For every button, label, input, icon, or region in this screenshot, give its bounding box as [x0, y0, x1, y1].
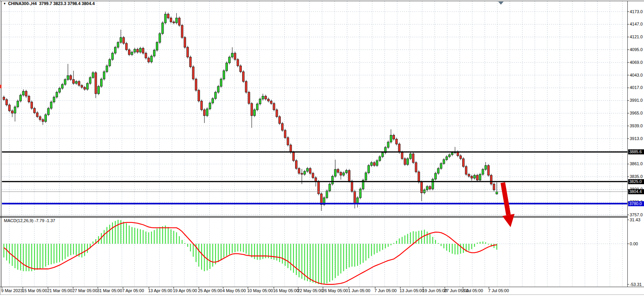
macd-histogram-bar — [458, 244, 458, 255]
time-axis-label: 21 Mar 05:00 — [47, 288, 72, 293]
candle-body — [25, 91, 27, 96]
candle-body — [81, 86, 83, 87]
candle-body — [268, 99, 270, 101]
price-axis[interactable]: 4173.04147.04121.04095.04069.04043.04017… — [627, 0, 644, 287]
candle-body — [309, 168, 311, 173]
candle-body — [73, 79, 75, 83]
candle-body — [212, 99, 214, 103]
candle-body — [20, 95, 22, 101]
candle-body — [53, 97, 55, 102]
time-axis-label: 15 Mar 05:00 — [22, 288, 47, 293]
macd-histogram-bar — [474, 244, 475, 247]
macd-histogram-bar — [287, 244, 288, 268]
time-axis-label: 7 Jun 05:00 — [374, 288, 397, 293]
symbol-dropdown-icon[interactable]: ▼ — [3, 2, 6, 5]
macd-histogram-bar — [307, 244, 308, 281]
macd-histogram-bar — [226, 244, 227, 256]
macd-histogram-bar — [48, 244, 49, 265]
candle-body — [128, 50, 130, 55]
candle-body — [31, 102, 33, 108]
candle-body — [287, 138, 289, 145]
macd-histogram-bar — [371, 244, 372, 256]
scroll-shift-marker[interactable] — [498, 2, 504, 5]
macd-histogram-bar — [285, 244, 285, 266]
candle-body — [209, 103, 211, 109]
candle-body — [75, 82, 77, 84]
candle-body — [226, 63, 228, 71]
candle-body — [273, 103, 275, 110]
candle-body — [398, 144, 400, 152]
macd-histogram-bar — [243, 244, 244, 252]
macd-histogram-bar — [468, 244, 469, 251]
macd-histogram-bar — [332, 244, 333, 281]
trend-arrow-head[interactable] — [502, 214, 515, 227]
macd-histogram-bar — [132, 227, 132, 244]
candle-body — [468, 174, 470, 176]
macd-histogram-bar — [6, 244, 7, 260]
candle-body — [276, 110, 278, 117]
macd-histogram-bar — [240, 244, 241, 252]
macd-histogram-bar — [151, 231, 152, 244]
pane-divider[interactable] — [0, 217, 627, 217]
candle-body — [373, 163, 375, 166]
candle-body — [487, 166, 489, 175]
candle-body — [22, 91, 24, 95]
candle-body — [109, 60, 111, 66]
macd-histogram-bar — [224, 244, 224, 257]
trend-arrow-shaft[interactable] — [503, 183, 509, 215]
macd-histogram-bar — [73, 244, 74, 255]
macd-axis-label: 31.43 — [630, 218, 641, 222]
price-axis-label: 3939.0 — [630, 124, 643, 128]
candle-body — [343, 173, 345, 175]
candle-body — [465, 166, 467, 174]
candle-body — [365, 173, 367, 180]
candle-body — [357, 198, 359, 204]
macd-axis-label: 0.00 — [630, 242, 638, 246]
time-axis[interactable]: 9 Mar 202315 Mar 05:0021 Mar 05:0027 Mar… — [0, 287, 627, 295]
candle-body — [449, 155, 451, 157]
candle-body — [61, 84, 63, 88]
candle-body — [315, 178, 317, 181]
candle-body — [421, 182, 423, 193]
macd-histogram-bar — [129, 226, 130, 244]
candle-body — [482, 169, 484, 175]
candle-body — [282, 123, 284, 130]
macd-histogram-bar — [338, 244, 338, 276]
macd-histogram-bar — [424, 230, 425, 244]
macd-histogram-bar — [157, 229, 157, 244]
macd-histogram-bar — [346, 244, 347, 269]
time-axis-label: 7 Jul 05:00 — [488, 288, 509, 293]
candle-body — [137, 49, 138, 52]
price-axis-label: 4069.0 — [630, 60, 643, 65]
chart-canvas[interactable] — [0, 0, 644, 296]
candle-body — [14, 107, 16, 113]
macd-histogram-bar — [340, 244, 341, 274]
candle-body — [432, 179, 434, 189]
candle-body — [195, 79, 197, 90]
candle-body — [240, 66, 242, 72]
chart-title: ▼ CHINA300-,H4 3799.7 3823.3 3798.4 3804… — [3, 1, 95, 6]
candle-body — [404, 159, 406, 164]
macd-histogram-bar — [277, 244, 277, 260]
candle-body — [463, 159, 465, 166]
macd-histogram-bar — [232, 244, 232, 253]
macd-histogram-bar — [379, 244, 380, 252]
macd-histogram-bar — [221, 244, 222, 260]
macd-histogram-bar — [354, 244, 355, 267]
candle-body — [48, 108, 50, 115]
macd-histogram-bar — [148, 232, 149, 244]
candle-body — [331, 176, 333, 184]
candle-body — [190, 57, 191, 67]
candle-body — [451, 153, 453, 155]
macd-histogram-bar — [360, 244, 361, 264]
macd-histogram-bar — [407, 234, 408, 244]
macd-histogram-bar — [446, 244, 447, 251]
candle-body — [42, 120, 44, 121]
candle-body — [237, 60, 239, 66]
macd-histogram-bar — [427, 231, 427, 244]
macd-histogram-bar — [263, 244, 263, 259]
time-axis-label: 27 Mar 05:00 — [72, 288, 97, 293]
candle-body — [401, 152, 403, 159]
time-axis-label: 19 Apr 05:00 — [173, 288, 197, 293]
candle-body — [435, 173, 437, 179]
